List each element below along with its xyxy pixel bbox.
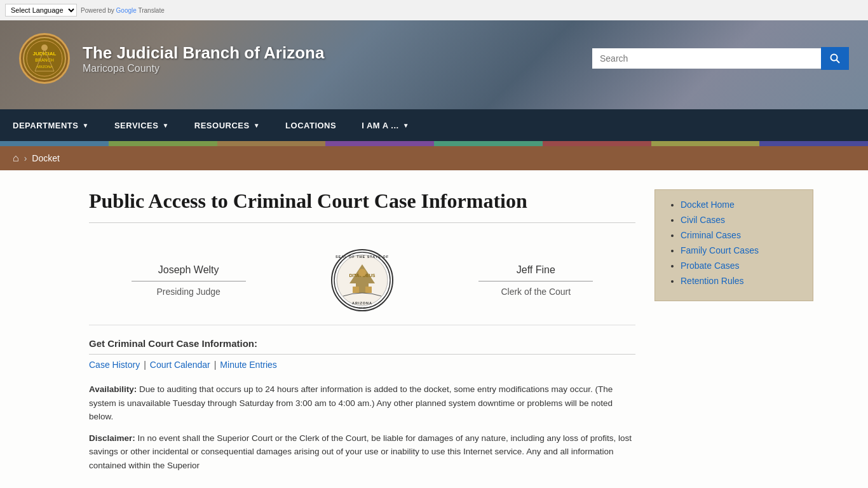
sidebar-item-family-court: Family Court Cases <box>681 245 800 255</box>
content-area: Public Access to Criminal Court Case Inf… <box>89 189 635 473</box>
court-calendar-link[interactable]: Court Calendar <box>150 360 210 370</box>
svg-point-17 <box>358 269 366 276</box>
sidebar-item-criminal-cases: Criminal Cases <box>681 230 800 240</box>
breadcrumb-separator: › <box>24 153 27 163</box>
main-navbar: DEPARTMENTS ▼ SERVICES ▼ RESOURCES ▼ LOC… <box>0 109 868 141</box>
svg-text:SEAL OF THE STATE OF: SEAL OF THE STATE OF <box>336 255 389 259</box>
breadcrumb-current: Docket <box>32 153 60 163</box>
case-links: Case History | Court Calendar | Minute E… <box>89 360 635 370</box>
disclaimer-text: Disclaimer: In no event shall the Superi… <box>89 431 635 473</box>
get-info-heading: Get Criminal Court Case Information: <box>89 338 635 355</box>
sidebar-nav: Docket Home Civil Cases Criminal Cases F… <box>654 189 813 301</box>
availability-content: Due to auditing that occurs up to 24 hou… <box>89 384 613 421</box>
site-subtitle: Maricopa County <box>83 63 580 74</box>
color-strips <box>0 141 868 146</box>
family-court-link[interactable]: Family Court Cases <box>681 245 759 255</box>
docket-home-link[interactable]: Docket Home <box>681 200 735 210</box>
svg-text:1912: 1912 <box>360 306 366 309</box>
svg-text:ARIZONA: ARIZONA <box>352 301 372 305</box>
presiding-judge-name: Joseph Welty <box>132 264 246 281</box>
nav-departments[interactable]: DEPARTMENTS ▼ <box>0 109 102 141</box>
sidebar-item-docket-home: Docket Home <box>681 200 800 210</box>
svg-text:JUDICIAL: JUDICIAL <box>33 51 57 57</box>
civil-cases-link[interactable]: Civil Cases <box>681 215 725 225</box>
nav-services[interactable]: SERVICES ▼ <box>102 109 182 141</box>
home-icon[interactable]: ⌂ <box>13 152 19 164</box>
clerk-title: Clerk of the Court <box>478 287 593 297</box>
page-heading: Public Access to Criminal Court Case Inf… <box>89 189 635 223</box>
site-title: The Judicial Branch of Arizona <box>83 43 580 63</box>
search-block <box>592 47 849 70</box>
top-bar: Select Language Powered by Google Transl… <box>0 0 868 20</box>
presiding-judge-title: Presiding Judge <box>132 287 246 297</box>
google-text: Google <box>116 7 137 14</box>
case-history-link[interactable]: Case History <box>89 360 140 370</box>
svg-line-7 <box>837 60 840 64</box>
site-title-block: The Judicial Branch of Arizona Maricopa … <box>83 43 580 74</box>
minute-entries-link[interactable]: Minute Entries <box>220 360 276 370</box>
sidebar-item-civil-cases: Civil Cases <box>681 215 800 225</box>
svg-text:BRANCH: BRANCH <box>35 58 54 62</box>
language-select[interactable]: Select Language <box>5 4 77 17</box>
svg-rect-15 <box>353 287 359 293</box>
svg-rect-16 <box>365 287 372 293</box>
clerk-name: Jeff Fine <box>478 264 593 281</box>
nav-locations[interactable]: LOCATIONS <box>273 109 349 141</box>
probate-cases-link[interactable]: Probate Cases <box>681 261 740 271</box>
search-input[interactable] <box>592 48 821 69</box>
departments-chevron-icon: ▼ <box>82 122 88 129</box>
get-info-section: Get Criminal Court Case Information: Cas… <box>89 338 635 370</box>
i-am-a-chevron-icon: ▼ <box>403 122 409 129</box>
powered-by-text: Powered by Google Translate <box>81 7 165 14</box>
site-header: JUDICIAL BRANCH ARIZONA The Judicial Bra… <box>0 20 868 109</box>
link-separator-2: | <box>214 360 217 370</box>
disclaimer-content: In no event shall the Superior Court or … <box>89 433 632 470</box>
disclaimer-label: Disclaimer: <box>89 433 135 443</box>
retention-rules-link[interactable]: Retention Rules <box>681 276 744 286</box>
nav-resources[interactable]: RESOURCES ▼ <box>182 109 273 141</box>
translate-text: Translate <box>138 7 164 14</box>
sidebar: Docket Home Civil Cases Criminal Cases F… <box>654 189 813 473</box>
nav-i-am-a[interactable]: I AM A ... ▼ <box>349 109 422 141</box>
resources-chevron-icon: ▼ <box>254 122 260 129</box>
presiding-judge-block: Joseph Welty Presiding Judge <box>132 264 246 297</box>
availability-label: Availability: <box>89 384 137 394</box>
clerk-of-court-block: Jeff Fine Clerk of the Court <box>478 264 593 297</box>
svg-point-5 <box>41 44 48 51</box>
judge-panel: Joseph Welty Presiding Judge SEAL OF THE… <box>89 236 635 325</box>
state-seal: SEAL OF THE STATE OF ARIZONA 1912 DITAT … <box>330 248 394 312</box>
header-content: JUDICIAL BRANCH ARIZONA The Judicial Bra… <box>0 20 868 97</box>
sidebar-item-probate: Probate Cases <box>681 261 800 271</box>
breadcrumb: ⌂ › Docket <box>0 146 868 170</box>
main-bg-wrapper: Public Access to Criminal Court Case Inf… <box>0 170 868 488</box>
main-content: Public Access to Criminal Court Case Inf… <box>0 170 868 488</box>
svg-point-6 <box>831 55 837 61</box>
site-logo: JUDICIAL BRANCH ARIZONA <box>19 33 70 84</box>
search-button[interactable] <box>821 47 849 70</box>
svg-text:ARIZONA: ARIZONA <box>36 65 53 69</box>
availability-text: Availability: Due to auditing that occur… <box>89 383 635 424</box>
criminal-cases-link[interactable]: Criminal Cases <box>681 230 741 240</box>
services-chevron-icon: ▼ <box>162 122 168 129</box>
sidebar-list: Docket Home Civil Cases Criminal Cases F… <box>668 200 800 286</box>
link-separator-1: | <box>144 360 146 370</box>
sidebar-item-retention: Retention Rules <box>681 276 800 286</box>
